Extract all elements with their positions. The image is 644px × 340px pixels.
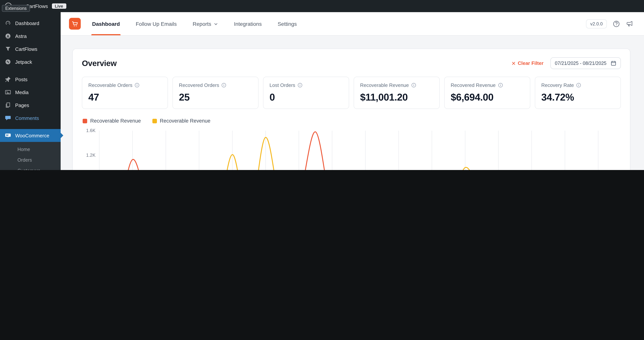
stat-label-text: Recovered Revenue: [451, 82, 496, 88]
stat-value: 34.72%: [541, 92, 614, 103]
svg-text:1.2K: 1.2K: [86, 153, 96, 158]
overview-card: Overview Clear Filter 07/21/2025 - 08/21…: [72, 49, 630, 170]
sidebar-item[interactable]: WooCommerce: [0, 129, 61, 142]
stat-label-text: Lost Orders: [270, 82, 295, 88]
sidebar-item-label: Dashboard: [15, 20, 39, 26]
stat-value: $11,001.20: [360, 92, 433, 103]
stat-label: Recovered Revenue: [451, 82, 524, 88]
stat-label-text: Recovered Orders: [179, 82, 219, 88]
sidebar-group: Posts Media: [0, 73, 61, 124]
sidebar-item[interactable]: Comments: [0, 112, 61, 124]
header-tab[interactable]: Integrations: [234, 12, 262, 35]
stat-label: Recovery Rate: [541, 82, 614, 88]
page-title: Overview: [82, 59, 117, 68]
sidebar-item-icon: [4, 76, 11, 83]
announcements-icon[interactable]: [626, 20, 634, 28]
sidebar-subitem[interactable]: Orders: [0, 155, 61, 165]
sidebar-group: WooCommerce Home Orders Customers: [0, 129, 61, 170]
stat-card: Recovered Revenue $6,694.00: [444, 77, 530, 109]
sidebar-item-icon: [4, 59, 11, 65]
calendar-icon: [611, 60, 616, 66]
sidebar-item-label: Astra: [15, 33, 27, 39]
sidebar-entry: Dashboard: [0, 17, 61, 30]
stat-value: 0: [270, 92, 343, 103]
header-tab[interactable]: Follow Up Emails: [136, 12, 177, 35]
sidebar-item-label: WooCommerce: [15, 133, 49, 138]
tab-label: Dashboard: [92, 21, 120, 27]
revenue-line-chart: Jul 21Jul 23Jul 25Jul 27Jul 29Jul 31Aug …: [82, 127, 621, 170]
overview-header: Overview Clear Filter 07/21/2025 - 08/21…: [82, 57, 621, 69]
stat-value: 25: [179, 92, 252, 103]
stat-label-text: Recovery Rate: [541, 82, 574, 88]
close-icon: [512, 61, 516, 65]
info-icon[interactable]: [221, 83, 226, 88]
sidebar-item-label: Posts: [15, 77, 28, 82]
cartflows-logo-icon[interactable]: [69, 18, 81, 30]
tab-label: Settings: [278, 21, 297, 27]
sidebar-item-icon: [4, 132, 11, 139]
sidebar-item-label: Comments: [15, 115, 39, 121]
tab-label: Follow Up Emails: [136, 21, 177, 27]
stat-label: Recovered Orders: [179, 82, 252, 88]
sidebar-item-label: Pages: [15, 102, 29, 108]
clear-filter-label: Clear Filter: [518, 60, 544, 66]
stat-card: Lost Orders 0: [263, 77, 349, 109]
cartflows-header: Dashboard Follow Up Emails Reports Int: [61, 12, 644, 36]
version-badge: v2.0.0: [586, 19, 607, 28]
info-icon[interactable]: [576, 83, 581, 88]
sidebar-entry: Pages: [0, 99, 61, 112]
header-tab[interactable]: Dashboard: [92, 12, 120, 35]
wp-admin-bar: W Extensions CartFlows Live: [0, 0, 644, 12]
date-range-value: 07/21/2025 - 08/21/2025: [555, 61, 606, 66]
sidebar-item-label: Media: [15, 89, 28, 95]
sidebar-group: Dashboard Astra: [0, 17, 61, 68]
sidebar-item[interactable]: Astra: [0, 30, 61, 43]
stat-value: $6,694.00: [451, 92, 524, 103]
sidebar-item-icon: [4, 102, 11, 109]
sidebar-entry: Astra: [0, 30, 61, 43]
stat-card: Recovery Rate 34.72%: [535, 77, 621, 109]
legend-label: Recoverable Revenue: [160, 118, 210, 124]
stat-card: Recoverable Orders 47: [82, 77, 168, 109]
help-icon[interactable]: [612, 20, 620, 28]
sidebar-item[interactable]: Jetpack: [0, 55, 61, 68]
header-right-controls: v2.0.0: [586, 19, 634, 28]
info-icon[interactable]: [298, 83, 302, 88]
info-icon[interactable]: [135, 83, 140, 88]
overview-controls: Clear Filter 07/21/2025 - 08/21/2025: [512, 57, 621, 69]
sidebar-item[interactable]: Media: [0, 86, 61, 99]
sidebar-item-icon: [4, 33, 11, 40]
sidebar-item-icon: [4, 46, 11, 52]
sidebar-item-label: CartFlows: [15, 46, 37, 52]
admin-bar-extensions-item[interactable]: Extensions: [2, 5, 30, 12]
date-range-picker[interactable]: 07/21/2025 - 08/21/2025: [550, 57, 621, 69]
sidebar-entry: Jetpack: [0, 55, 61, 68]
header-tab[interactable]: Reports: [193, 12, 218, 35]
legend-item: Recoverable Revenue: [152, 118, 210, 124]
sidebar-subitem[interactable]: Home: [0, 144, 61, 155]
legend-label: Recoverable Revenue: [90, 118, 141, 124]
clear-filter-button[interactable]: Clear Filter: [512, 60, 544, 66]
sidebar-item[interactable]: Dashboard: [0, 17, 61, 30]
stat-label: Lost Orders: [270, 82, 343, 88]
wp-admin-sidebar: Dashboard Astra: [0, 12, 61, 170]
sidebar-item[interactable]: CartFlows: [0, 43, 61, 55]
header-tab[interactable]: Settings: [278, 12, 297, 35]
legend-swatch: [83, 119, 87, 123]
sidebar-item[interactable]: Pages: [0, 99, 61, 112]
sidebar-entry: Comments: [0, 112, 61, 124]
svg-text:1.6K: 1.6K: [86, 128, 96, 133]
info-icon[interactable]: [498, 83, 503, 88]
main-content: Overview Clear Filter 07/21/2025 - 08/21…: [61, 36, 644, 170]
sidebar-subitem[interactable]: Customers: [0, 165, 61, 170]
tab-label: Reports: [193, 21, 211, 27]
sidebar-item[interactable]: Posts: [0, 73, 61, 86]
sidebar-item-icon: [4, 89, 11, 96]
admin-menu: Dashboard Astra: [0, 17, 61, 170]
stat-label-text: Recoverable Revenue: [360, 82, 409, 88]
sidebar-item-icon: [4, 115, 11, 121]
sidebar-item-label: Jetpack: [15, 59, 32, 65]
info-icon[interactable]: [411, 83, 416, 88]
live-badge: Live: [52, 4, 66, 9]
tab-label: Integrations: [234, 21, 262, 27]
